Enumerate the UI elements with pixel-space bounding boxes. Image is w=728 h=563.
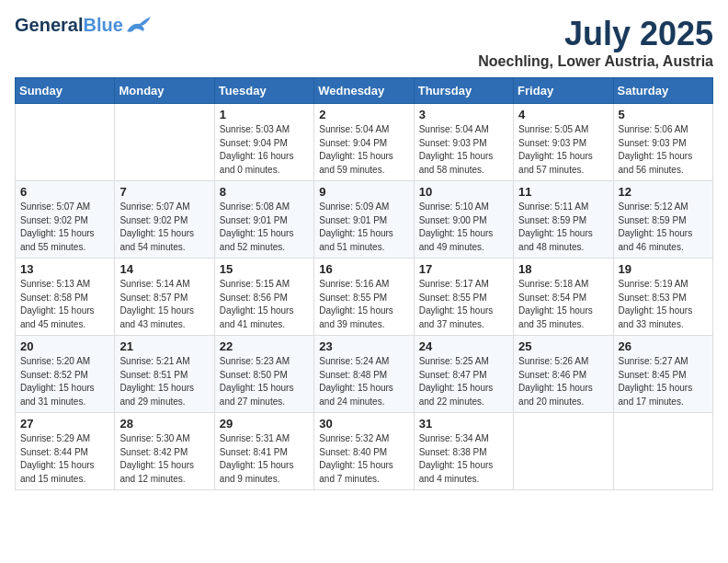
calendar-week-row: 27Sunrise: 5:29 AM Sunset: 8:44 PM Dayli… [16, 413, 713, 490]
weekday-header: Saturday [613, 78, 712, 104]
calendar-cell: 26Sunrise: 5:27 AM Sunset: 8:45 PM Dayli… [613, 336, 712, 413]
day-info: Sunrise: 5:15 AM Sunset: 8:56 PM Dayligh… [220, 278, 309, 331]
calendar-cell: 22Sunrise: 5:23 AM Sunset: 8:50 PM Dayli… [214, 336, 313, 413]
day-number: 5 [619, 108, 708, 121]
day-number: 15 [220, 262, 309, 276]
day-number: 25 [518, 339, 608, 353]
calendar-cell: 19Sunrise: 5:19 AM Sunset: 8:53 PM Dayli… [613, 259, 712, 336]
day-number: 18 [518, 262, 608, 276]
day-info: Sunrise: 5:10 AM Sunset: 9:00 PM Dayligh… [419, 201, 508, 254]
calendar-cell: 11Sunrise: 5:11 AM Sunset: 8:59 PM Dayli… [514, 181, 613, 259]
weekday-header: Sunday [16, 78, 115, 104]
weekday-header: Tuesday [214, 78, 313, 104]
day-info: Sunrise: 5:30 AM Sunset: 8:42 PM Dayligh… [119, 432, 209, 486]
day-info: Sunrise: 5:32 AM Sunset: 8:40 PM Dayligh… [319, 432, 408, 486]
day-number: 7 [119, 185, 209, 199]
day-info: Sunrise: 5:31 AM Sunset: 8:41 PM Dayligh… [220, 432, 309, 486]
day-info: Sunrise: 5:11 AM Sunset: 8:59 PM Dayligh… [518, 201, 608, 254]
day-number: 23 [319, 339, 408, 353]
calendar-week-row: 1Sunrise: 5:03 AM Sunset: 9:04 PM Daylig… [16, 104, 713, 181]
calendar-cell: 31Sunrise: 5:34 AM Sunset: 8:38 PM Dayli… [414, 413, 513, 490]
day-info: Sunrise: 5:29 AM Sunset: 8:44 PM Dayligh… [20, 432, 109, 486]
calendar-cell: 5Sunrise: 5:06 AM Sunset: 9:03 PM Daylig… [613, 104, 712, 181]
day-info: Sunrise: 5:03 AM Sunset: 9:04 PM Dayligh… [220, 123, 309, 177]
calendar-table: SundayMondayTuesdayWednesdayThursdayFrid… [15, 77, 713, 490]
day-number: 2 [319, 108, 408, 121]
day-info: Sunrise: 5:06 AM Sunset: 9:03 PM Dayligh… [619, 123, 708, 177]
day-number: 6 [20, 185, 109, 199]
day-number: 13 [20, 262, 109, 276]
weekday-header: Monday [115, 78, 214, 104]
day-info: Sunrise: 5:04 AM Sunset: 9:03 PM Dayligh… [419, 123, 508, 177]
day-number: 26 [619, 339, 708, 353]
calendar-week-row: 20Sunrise: 5:20 AM Sunset: 8:52 PM Dayli… [16, 336, 713, 413]
calendar-header-row: SundayMondayTuesdayWednesdayThursdayFrid… [16, 78, 713, 104]
location-subtitle: Noechling, Lower Austria, Austria [478, 53, 713, 70]
day-number: 24 [419, 339, 508, 353]
day-number: 30 [319, 417, 408, 431]
day-info: Sunrise: 5:18 AM Sunset: 8:54 PM Dayligh… [518, 278, 608, 331]
calendar-cell: 20Sunrise: 5:20 AM Sunset: 8:52 PM Dayli… [16, 336, 115, 413]
day-info: Sunrise: 5:20 AM Sunset: 8:52 PM Dayligh… [20, 355, 109, 408]
weekday-header: Friday [514, 78, 613, 104]
page-header: GeneralBlue July 2025 Noechling, Lower A… [15, 15, 713, 70]
day-number: 17 [419, 262, 508, 276]
day-info: Sunrise: 5:27 AM Sunset: 8:45 PM Dayligh… [619, 355, 708, 408]
day-info: Sunrise: 5:09 AM Sunset: 9:01 PM Dayligh… [319, 201, 408, 254]
day-info: Sunrise: 5:34 AM Sunset: 8:38 PM Dayligh… [419, 432, 508, 486]
day-info: Sunrise: 5:12 AM Sunset: 8:59 PM Dayligh… [619, 201, 708, 254]
calendar-cell: 7Sunrise: 5:07 AM Sunset: 9:02 PM Daylig… [115, 181, 214, 259]
day-number: 28 [119, 417, 209, 431]
day-info: Sunrise: 5:08 AM Sunset: 9:01 PM Dayligh… [220, 201, 309, 254]
calendar-cell: 28Sunrise: 5:30 AM Sunset: 8:42 PM Dayli… [115, 413, 214, 490]
logo-bird-icon [125, 15, 151, 35]
calendar-cell: 23Sunrise: 5:24 AM Sunset: 8:48 PM Dayli… [314, 336, 414, 413]
logo-text: GeneralBlue [15, 15, 123, 35]
calendar-cell [16, 104, 115, 181]
calendar-week-row: 13Sunrise: 5:13 AM Sunset: 8:58 PM Dayli… [16, 259, 713, 336]
logo: GeneralBlue [15, 15, 151, 35]
day-info: Sunrise: 5:24 AM Sunset: 8:48 PM Dayligh… [319, 355, 408, 408]
day-info: Sunrise: 5:04 AM Sunset: 9:04 PM Dayligh… [319, 123, 408, 177]
calendar-cell: 24Sunrise: 5:25 AM Sunset: 8:47 PM Dayli… [414, 336, 513, 413]
calendar-cell: 8Sunrise: 5:08 AM Sunset: 9:01 PM Daylig… [214, 181, 313, 259]
calendar-week-row: 6Sunrise: 5:07 AM Sunset: 9:02 PM Daylig… [16, 181, 713, 259]
day-number: 1 [220, 108, 309, 121]
calendar-cell: 29Sunrise: 5:31 AM Sunset: 8:41 PM Dayli… [214, 413, 313, 490]
day-info: Sunrise: 5:05 AM Sunset: 9:03 PM Dayligh… [518, 123, 608, 177]
calendar-cell: 21Sunrise: 5:21 AM Sunset: 8:51 PM Dayli… [115, 336, 214, 413]
day-info: Sunrise: 5:13 AM Sunset: 8:58 PM Dayligh… [20, 278, 109, 331]
main-title: July 2025 [478, 15, 713, 53]
calendar-cell: 13Sunrise: 5:13 AM Sunset: 8:58 PM Dayli… [16, 259, 115, 336]
calendar-cell [115, 104, 214, 181]
day-number: 4 [518, 108, 608, 121]
calendar-cell: 16Sunrise: 5:16 AM Sunset: 8:55 PM Dayli… [314, 259, 414, 336]
calendar-cell [514, 413, 613, 490]
day-number: 29 [220, 417, 309, 431]
calendar-cell: 1Sunrise: 5:03 AM Sunset: 9:04 PM Daylig… [214, 104, 313, 181]
day-number: 11 [518, 185, 608, 199]
day-info: Sunrise: 5:14 AM Sunset: 8:57 PM Dayligh… [119, 278, 209, 331]
day-info: Sunrise: 5:21 AM Sunset: 8:51 PM Dayligh… [119, 355, 209, 408]
calendar-cell: 27Sunrise: 5:29 AM Sunset: 8:44 PM Dayli… [16, 413, 115, 490]
day-info: Sunrise: 5:07 AM Sunset: 9:02 PM Dayligh… [20, 201, 109, 254]
calendar-cell: 14Sunrise: 5:14 AM Sunset: 8:57 PM Dayli… [115, 259, 214, 336]
day-number: 22 [220, 339, 309, 353]
day-number: 9 [319, 185, 408, 199]
calendar-cell: 17Sunrise: 5:17 AM Sunset: 8:55 PM Dayli… [414, 259, 513, 336]
day-number: 19 [619, 262, 708, 276]
day-info: Sunrise: 5:17 AM Sunset: 8:55 PM Dayligh… [419, 278, 508, 331]
title-area: July 2025 Noechling, Lower Austria, Aust… [478, 15, 713, 70]
calendar-cell: 10Sunrise: 5:10 AM Sunset: 9:00 PM Dayli… [414, 181, 513, 259]
calendar-cell: 12Sunrise: 5:12 AM Sunset: 8:59 PM Dayli… [613, 181, 712, 259]
calendar-cell: 15Sunrise: 5:15 AM Sunset: 8:56 PM Dayli… [214, 259, 313, 336]
calendar-cell: 9Sunrise: 5:09 AM Sunset: 9:01 PM Daylig… [314, 181, 414, 259]
day-number: 10 [419, 185, 508, 199]
day-number: 8 [220, 185, 309, 199]
calendar-cell: 4Sunrise: 5:05 AM Sunset: 9:03 PM Daylig… [514, 104, 613, 181]
weekday-header: Wednesday [314, 78, 414, 104]
day-number: 12 [619, 185, 708, 199]
calendar-cell: 6Sunrise: 5:07 AM Sunset: 9:02 PM Daylig… [16, 181, 115, 259]
calendar-cell: 30Sunrise: 5:32 AM Sunset: 8:40 PM Dayli… [314, 413, 414, 490]
day-info: Sunrise: 5:07 AM Sunset: 9:02 PM Dayligh… [119, 201, 209, 254]
